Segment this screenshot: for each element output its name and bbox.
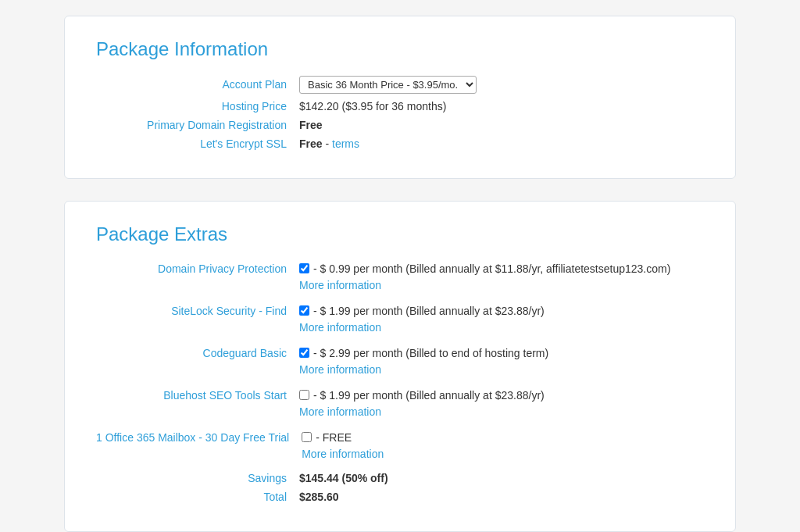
account-plan-row: Account Plan Basic 36 Month Price - $3.9… (96, 76, 704, 94)
office365-checkbox[interactable] (302, 432, 312, 442)
domain-privacy-value: - $ 0.99 per month (Billed annually at $… (299, 261, 670, 294)
sitelock-row: SiteLock Security - Find - $ 1.99 per mo… (96, 303, 704, 336)
codeguard-description: - $ 2.99 per month (Billed to end of hos… (313, 345, 548, 362)
domain-privacy-more-info[interactable]: More information (299, 277, 670, 294)
ssl-value: Free - terms (299, 137, 359, 150)
package-info-title: Package Information (96, 38, 704, 60)
ssl-free-text: Free (299, 137, 323, 150)
savings-label: Savings (96, 472, 299, 484)
domain-registration-label: Primary Domain Registration (96, 119, 299, 131)
ssl-terms-link[interactable]: terms (332, 137, 359, 150)
seo-tools-value: - $ 1.99 per month (Billed annually at $… (299, 387, 545, 420)
sitelock-checkbox[interactable] (299, 305, 309, 316)
account-plan-value: Basic 36 Month Price - $3.95/mo. (299, 76, 477, 94)
package-extras-card: Package Extras Domain Privacy Protection… (64, 201, 736, 532)
office365-description: - FREE (316, 430, 352, 446)
savings-value: $145.44 (50% off) (299, 472, 388, 484)
office365-label: 1 Office 365 Mailbox - 30 Day Free Trial (96, 430, 302, 444)
domain-privacy-description: - $ 0.99 per month (Billed annually at $… (313, 261, 670, 277)
office365-more-info[interactable]: More information (302, 446, 384, 462)
seo-tools-row: Bluehost SEO Tools Start - $ 1.99 per mo… (96, 387, 704, 420)
seo-tools-description: - $ 1.99 per month (Billed annually at $… (313, 387, 545, 404)
domain-privacy-label: Domain Privacy Protection (96, 261, 299, 275)
account-plan-select[interactable]: Basic 36 Month Price - $3.95/mo. (299, 76, 477, 94)
seo-tools-label: Bluehost SEO Tools Start (96, 387, 299, 402)
office365-row: 1 Office 365 Mailbox - 30 Day Free Trial… (96, 430, 704, 462)
office365-value: - FREE More information (302, 430, 384, 462)
total-label: Total (96, 491, 299, 503)
seo-tools-more-info[interactable]: More information (299, 404, 545, 420)
codeguard-checkbox[interactable] (299, 348, 309, 358)
savings-row: Savings $145.44 (50% off) (96, 472, 704, 484)
hosting-price-row: Hosting Price $142.20 ($3.95 for 36 mont… (96, 100, 704, 112)
sitelock-label: SiteLock Security - Find (96, 303, 299, 317)
seo-tools-checkbox[interactable] (299, 390, 309, 400)
hosting-price-value: $142.20 ($3.95 for 36 months) (299, 100, 446, 112)
sitelock-description: - $ 1.99 per month (Billed annually at $… (313, 303, 545, 320)
total-row: Total $285.60 (96, 491, 704, 503)
domain-registration-row: Primary Domain Registration Free (96, 119, 704, 131)
package-extras-title: Package Extras (96, 223, 704, 245)
ssl-label: Let's Encrypt SSL (96, 137, 299, 150)
domain-registration-value: Free (299, 119, 323, 131)
codeguard-label: Codeguard Basic (96, 345, 299, 359)
domain-privacy-row: Domain Privacy Protection - $ 0.99 per m… (96, 261, 704, 294)
ssl-row: Let's Encrypt SSL Free - terms (96, 137, 704, 150)
account-plan-label: Account Plan (96, 78, 299, 91)
codeguard-value: - $ 2.99 per month (Billed to end of hos… (299, 345, 548, 378)
package-information-card: Package Information Account Plan Basic 3… (64, 16, 736, 179)
codeguard-row: Codeguard Basic - $ 2.99 per month (Bill… (96, 345, 704, 378)
sitelock-value: - $ 1.99 per month (Billed annually at $… (299, 303, 545, 336)
sitelock-more-info[interactable]: More information (299, 320, 545, 336)
total-value: $285.60 (299, 491, 339, 503)
hosting-price-label: Hosting Price (96, 100, 299, 112)
domain-privacy-checkbox[interactable] (299, 263, 309, 273)
codeguard-more-info[interactable]: More information (299, 362, 548, 378)
